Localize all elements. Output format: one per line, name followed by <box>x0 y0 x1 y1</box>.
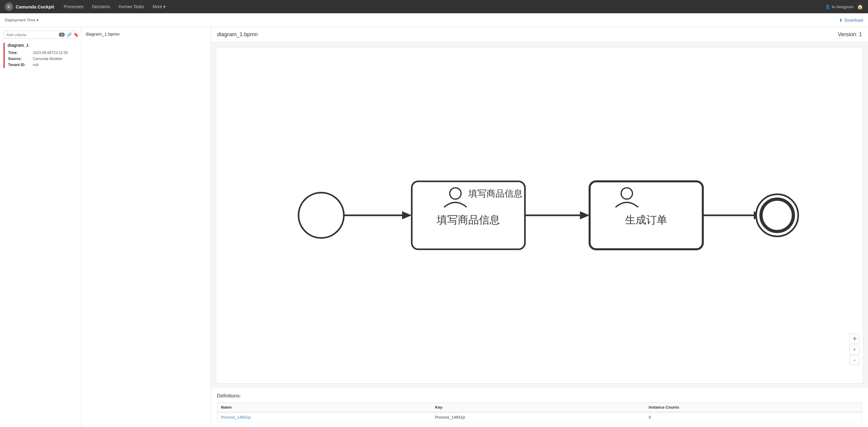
nav-human-tasks[interactable]: Human Tasks <box>115 2 148 11</box>
right-panel: diagram_1.bpmn Version: 1 填写商品信息 填写商品信息 <box>211 27 868 427</box>
bpmn-diagram-area: 填写商品信息 填写商品信息 生成订单 <box>216 47 863 384</box>
toolbar: Deployment Time ▾ ⬇ Download <box>0 13 868 27</box>
nav-more[interactable]: More ▾ <box>149 2 169 11</box>
time-label: Time: <box>8 50 32 56</box>
start-event <box>299 193 344 238</box>
right-panel-title: diagram_1.bpmn <box>217 31 258 38</box>
deployment-time-label: Deployment Time <box>5 18 35 22</box>
pan-icon: ✛ <box>852 336 857 342</box>
task1-text: 填写商品信息 <box>436 214 500 225</box>
pan-button[interactable]: ✛ <box>849 334 859 343</box>
navbar: C Camunda Cockpit Processes Decisions Hu… <box>0 0 868 13</box>
diagram-entry-name: diagram_1 <box>7 43 78 48</box>
definitions-table-body: Process_14831jx Process_14831jx 0 <box>217 412 862 422</box>
brand: C Camunda Cockpit <box>5 2 54 11</box>
sidebar: 1 🔗 🔖 diagram_1 Time: 2023-08-06T23:12:3… <box>0 27 82 427</box>
right-panel-header: diagram_1.bpmn Version: 1 <box>211 27 868 42</box>
download-icon: ⬇ <box>839 18 843 23</box>
home-icon[interactable]: 🏠 <box>857 4 863 10</box>
chevron-down-icon: ▾ <box>163 4 165 9</box>
user-menu[interactable]: 👤 liu liangyuan <box>825 4 854 9</box>
arrow-1 <box>402 211 412 219</box>
tenant-label: Tenant ID: <box>8 62 32 67</box>
meta-tenant-row: Tenant ID: null <box>8 62 77 67</box>
download-label: Download <box>844 18 863 23</box>
criteria-count: 1 <box>59 33 65 37</box>
bookmark-icon[interactable]: 🔖 <box>73 32 79 37</box>
meta-source-row: Source: Camunda Modeler <box>8 56 77 62</box>
brand-name: Camunda Cockpit <box>16 4 54 9</box>
col-key: Key <box>432 403 645 413</box>
task1-label-line1: 填写商品信息 <box>468 188 523 199</box>
definitions-title: Definitions: <box>217 393 862 399</box>
time-value: 2023-08-06T23:12:39 <box>33 50 77 56</box>
row-key: Process_14831jx <box>432 412 645 422</box>
brand-logo: C <box>5 2 13 11</box>
version-label: Version: 1 <box>838 31 862 38</box>
table-row: Process_14831jx Process_14831jx 0 <box>217 412 862 422</box>
criteria-input[interactable] <box>6 33 57 37</box>
source-value: Camunda Modeler <box>33 56 77 62</box>
nav-links: Processes Decisions Human Tasks More ▾ <box>60 2 819 11</box>
row-count: 0 <box>645 412 862 422</box>
zoom-out-button[interactable]: − <box>849 356 859 365</box>
definitions-table: Name Key Instance Counts Process_14831jx… <box>217 402 862 422</box>
middle-panel-title: diagram_1.bpmn <box>86 31 207 36</box>
tenant-value: null <box>33 62 77 67</box>
download-button[interactable]: ⬇ Download <box>839 18 863 23</box>
main-layout: 1 🔗 🔖 diagram_1 Time: 2023-08-06T23:12:3… <box>0 27 868 427</box>
deployment-chevron-icon: ▾ <box>36 18 38 22</box>
end-event-inner <box>761 199 793 231</box>
middle-panel: diagram_1.bpmn <box>82 27 211 427</box>
meta-time-row: Time: 2023-08-06T23:12:39 <box>8 50 77 56</box>
bpmn-controls: ✛ + − <box>849 334 859 365</box>
task2-text: 生成订单 <box>625 214 667 225</box>
criteria-bar: 1 🔗 🔖 <box>4 31 78 39</box>
definitions-header-row: Name Key Instance Counts <box>217 403 862 413</box>
meta-table: Time: 2023-08-06T23:12:39 Source: Camund… <box>7 50 78 68</box>
zoom-out-icon: − <box>853 358 856 363</box>
source-label: Source: <box>8 56 32 62</box>
row-name: Process_14831jx <box>217 412 432 422</box>
nav-processes[interactable]: Processes <box>60 2 87 11</box>
bpmn-svg: 填写商品信息 填写商品信息 生成订单 <box>216 47 863 383</box>
link-icon[interactable]: 🔗 <box>67 32 72 37</box>
user-icon: 👤 <box>825 4 830 9</box>
nav-decisions[interactable]: Decisions <box>88 2 114 11</box>
definitions-section: Definitions: Name Key Instance Counts Pr… <box>211 388 868 427</box>
diagram-entry: diagram_1 Time: 2023-08-06T23:12:39 Sour… <box>4 43 78 68</box>
zoom-in-button[interactable]: + <box>849 345 859 354</box>
deployment-time-filter[interactable]: Deployment Time ▾ <box>5 18 38 22</box>
arrow-2 <box>580 211 590 219</box>
process-link[interactable]: Process_14831jx <box>221 415 251 420</box>
col-name: Name <box>217 403 432 413</box>
zoom-in-icon: + <box>853 347 856 352</box>
nav-right: 👤 liu liangyuan 🏠 <box>825 4 863 10</box>
definitions-table-head: Name Key Instance Counts <box>217 403 862 413</box>
username: liu liangyuan <box>832 4 854 9</box>
col-instance-counts: Instance Counts <box>645 403 862 413</box>
